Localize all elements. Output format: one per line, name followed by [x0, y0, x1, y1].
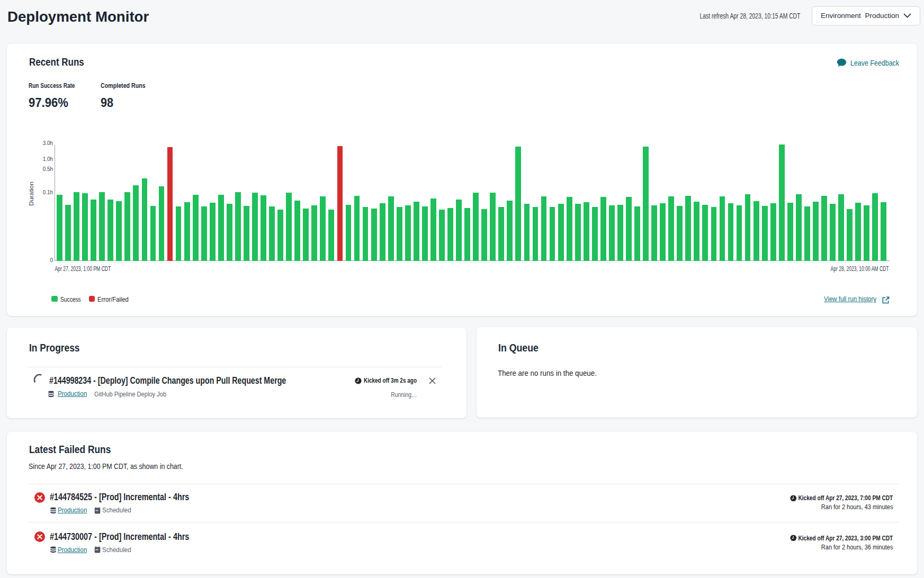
svg-text:0: 0	[50, 257, 53, 263]
svg-text:0.5h: 0.5h	[43, 166, 53, 172]
svg-text:1.0h: 1.0h	[43, 156, 53, 162]
svg-text:Duration: Duration	[28, 182, 34, 206]
svg-text:Apr 27, 2023, 1:00 PM CDT: Apr 27, 2023, 1:00 PM CDT	[55, 265, 111, 273]
svg-text:3.0h: 3.0h	[43, 140, 53, 146]
svg-text:Apr 28, 2023, 10:00 AM CDT: Apr 28, 2023, 10:00 AM CDT	[831, 265, 889, 273]
svg-text:0.1h: 0.1h	[43, 189, 53, 195]
